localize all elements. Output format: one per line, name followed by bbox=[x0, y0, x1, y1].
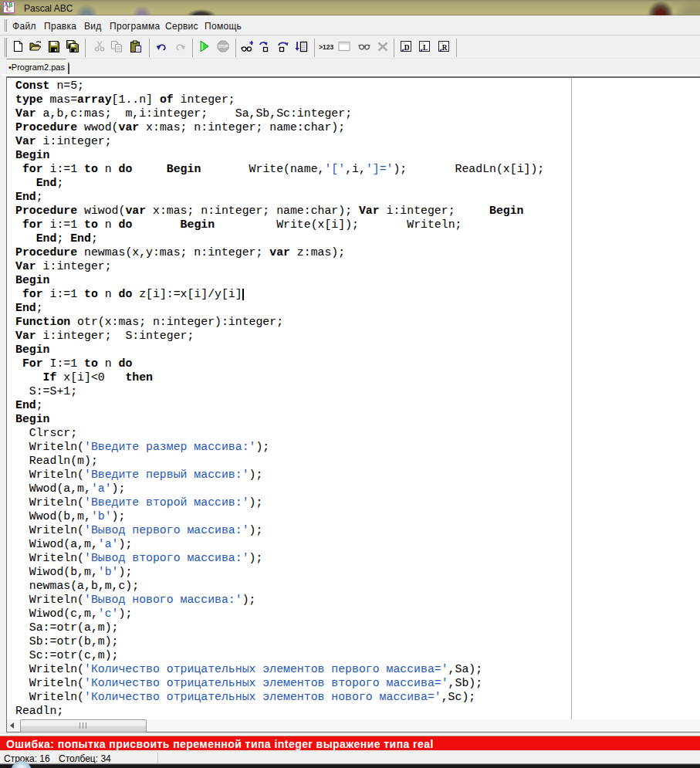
svg-text:D: D bbox=[404, 44, 410, 52]
svg-text:L: L bbox=[423, 44, 428, 52]
svg-text:R: R bbox=[442, 44, 448, 52]
svg-text:STOP: STOP bbox=[218, 45, 228, 49]
